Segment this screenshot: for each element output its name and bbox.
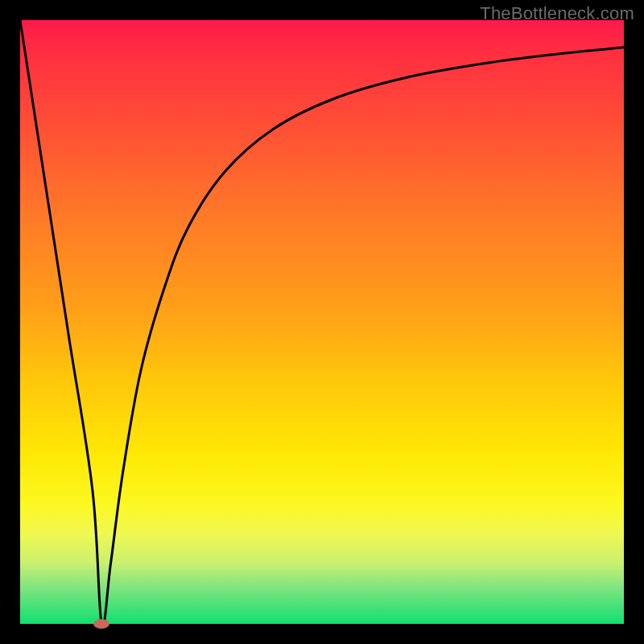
curve-svg — [20, 20, 624, 624]
minimum-marker — [93, 619, 109, 629]
bottleneck-curve — [20, 20, 624, 624]
plot-area — [20, 20, 624, 624]
chart-frame: TheBottleneck.com — [0, 0, 644, 644]
watermark-text: TheBottleneck.com — [480, 3, 634, 24]
